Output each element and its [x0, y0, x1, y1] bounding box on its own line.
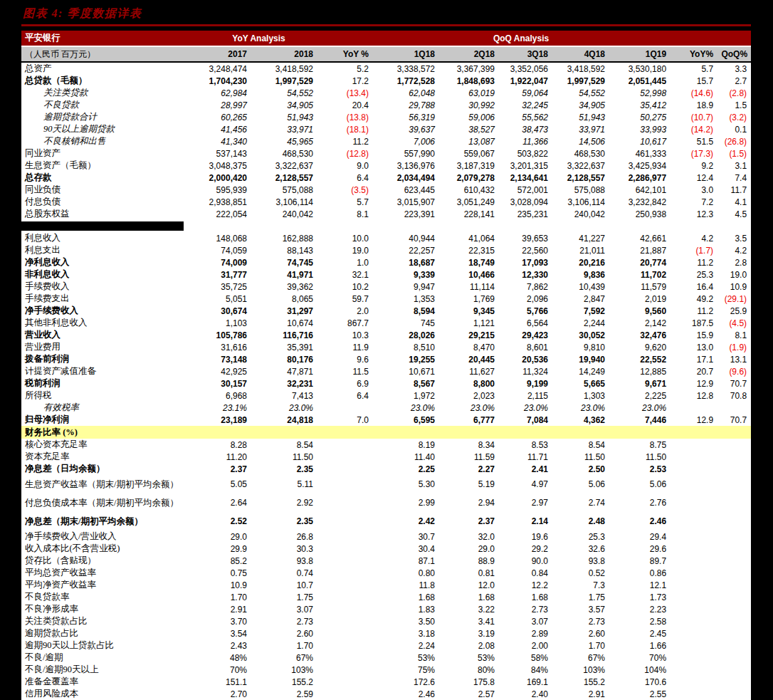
cell-value: 30,674: [201, 305, 251, 317]
cell-value: 610,432: [438, 184, 498, 196]
cell-value: 2.45: [609, 627, 670, 639]
cell-value: 31,616: [201, 341, 251, 353]
cell-value: 9,836: [552, 268, 609, 281]
cell-value: (9.6): [717, 365, 751, 377]
cell-value: 8,601: [498, 341, 552, 353]
table-row: 生息资产（毛额）3,048,3753,322,6379.03,136,9763,…: [21, 160, 751, 172]
cell-value: 12.8: [670, 390, 717, 402]
cell-value: 29.6: [609, 543, 670, 555]
cell-value: 53%: [372, 652, 438, 664]
cell-value: 23.0%: [372, 402, 438, 414]
cell-value: 22,552: [609, 353, 670, 365]
cell-value: 2.74: [552, 493, 609, 512]
cell-value: 7,084: [498, 414, 552, 426]
cell-value: 30.4: [372, 543, 438, 555]
cell-value: [317, 627, 372, 639]
cell-value: 3,106,114: [552, 196, 609, 208]
cell-value: 8.75: [609, 439, 670, 451]
cell-value: 28,026: [372, 329, 438, 341]
cell-value: 3,028,094: [498, 196, 552, 208]
column-header: 4Q18: [552, 46, 609, 62]
cell-value: 10.3: [317, 329, 372, 341]
cell-value: 3.50: [372, 615, 438, 627]
cell-value: 8,594: [372, 305, 438, 317]
cell-value: 2.8: [717, 256, 751, 268]
cell-value: 3,051,249: [438, 196, 498, 208]
row-label: 收入成本比(不含营业税): [21, 543, 201, 555]
cell-value: 0.52: [552, 567, 609, 579]
cell-value: [670, 543, 717, 555]
cell-value: [717, 402, 751, 414]
cell-value: 187.5: [670, 317, 717, 329]
cell-value: 30.3: [251, 543, 317, 555]
cell-value: (1.7): [670, 244, 717, 256]
cell-value: 12,885: [609, 365, 670, 377]
cell-value: [717, 512, 751, 531]
cell-value: 75%: [372, 664, 438, 676]
cell-value: 60,265: [201, 111, 251, 123]
cell-value: 10.9: [201, 579, 251, 591]
cell-value: 8,470: [438, 341, 498, 353]
cell-value: [670, 603, 717, 615]
group-header-row: 平安银行 YoY Analysis QoQ Analysis: [21, 31, 751, 46]
row-label: 平均总资产收益率: [21, 567, 201, 579]
row-label: 付息负债: [21, 196, 201, 208]
cell-value: [670, 627, 717, 639]
table-row: 总存款2,000,4202,128,5576.42,034,4942,079,2…: [21, 172, 751, 184]
table-row: 营业收入105,786116,71610.328,02629,21529,423…: [21, 329, 751, 341]
cell-value: 58%: [498, 652, 552, 664]
row-label: 核心资本充足率: [21, 439, 201, 451]
table-row: 收入成本比(不含营业税)29.930.330.429.029.232.629.6: [21, 543, 751, 555]
cell-value: 8.54: [552, 439, 609, 451]
cell-value: [317, 591, 372, 603]
cell-value: 1.70: [251, 639, 317, 652]
cell-value: 240,042: [552, 208, 609, 220]
cell-value: (14.6): [670, 87, 717, 99]
cell-value: 53%: [438, 652, 498, 664]
row-label: 其他非利息收入: [21, 317, 201, 329]
cell-value: 3,106,114: [251, 196, 317, 208]
table-row: 非利息收入31,77741,97132.19,33910,46612,3309,…: [21, 268, 751, 281]
cell-value: 28,997: [201, 99, 251, 111]
cell-value: 29.2: [498, 543, 552, 555]
cell-value: 18,749: [438, 256, 498, 268]
table-row: 平均总资产收益率0.750.740.800.810.840.520.86: [21, 567, 751, 579]
cell-value: 11.8: [372, 579, 438, 591]
cell-value: 3,322,637: [552, 160, 609, 172]
cell-value: 4.2: [670, 232, 717, 244]
table-row: 不良核销和出售41,34045,96511.27,00613,08711,366…: [21, 135, 751, 147]
table-row: 同业负债595,939575,088(3.5)623,445610,432572…: [21, 184, 751, 196]
cell-value: 867.7: [317, 317, 372, 329]
cell-value: 2,096: [498, 293, 552, 305]
cell-value: 2.40: [498, 688, 552, 700]
table-row: 不良/逾期90天以上70%103%75%80%84%103%104%: [21, 664, 751, 676]
cell-value: 172.6: [372, 676, 438, 688]
cell-value: 2,079,278: [438, 172, 498, 184]
table-row: 净息差（期末/期初平均余额）2.522.352.422.372.142.482.…: [21, 512, 751, 531]
cell-value: 62,048: [372, 87, 438, 99]
cell-value: 70.7: [717, 414, 751, 426]
row-label: 不良/逾期90天以上: [21, 664, 201, 676]
cell-value: 8,800: [438, 377, 498, 390]
cell-value: 11.2: [317, 135, 372, 147]
cell-value: [717, 567, 751, 579]
cell-value: 0.81: [438, 567, 498, 579]
table-row: 所得税6,9687,4136.41,9722,0232,1151,3032,22…: [21, 390, 751, 402]
cell-value: 5.06: [552, 475, 609, 493]
table-row: 不良/逾期48%67%53%53%58%67%70%: [21, 652, 751, 664]
cell-value: 13.1: [717, 353, 751, 365]
cell-value: 89.7: [609, 555, 670, 567]
cell-value: 30,157: [201, 377, 251, 390]
cell-value: 9.6: [317, 353, 372, 365]
cell-value: 63,019: [438, 87, 498, 99]
cell-value: 70%: [609, 652, 670, 664]
cell-value: 74,009: [201, 256, 251, 268]
row-label: 资本充足率: [21, 451, 201, 463]
cell-value: 32,476: [609, 329, 670, 341]
table-row: 财务比率 (%): [21, 426, 751, 439]
row-label: 计提资产减值准备: [21, 365, 201, 377]
cell-value: (29.1): [717, 293, 751, 305]
table-row: 贷存比（含贴现）85.293.887.188.990.093.889.7: [21, 555, 751, 567]
cell-value: 6,968: [201, 390, 251, 402]
cell-value: 23.0%: [438, 402, 498, 414]
